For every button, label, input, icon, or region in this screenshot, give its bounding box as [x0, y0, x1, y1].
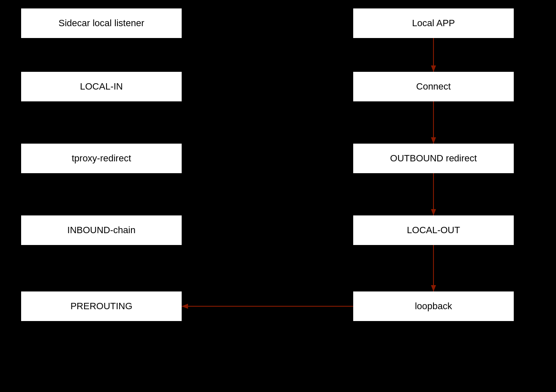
sidecar-local-listener-label: Sidecar local listener	[59, 18, 144, 29]
diagram: Sidecar local listener Local APP LOCAL-I…	[0, 0, 556, 392]
loopback-label: loopback	[415, 301, 452, 312]
svg-marker-3	[431, 137, 436, 144]
inbound-chain-label: INBOUND-chain	[67, 225, 135, 236]
tproxy-redirect-label: tproxy-redirect	[72, 153, 131, 164]
svg-marker-9	[182, 304, 188, 309]
loopback-box: loopback	[353, 291, 514, 321]
local-out-label: LOCAL-OUT	[407, 225, 460, 236]
local-app-box: Local APP	[353, 8, 514, 38]
local-in-box: LOCAL-IN	[21, 72, 182, 101]
inbound-chain-box: INBOUND-chain	[21, 215, 182, 245]
prerouting-label: PREROUTING	[71, 301, 133, 312]
sidecar-local-listener-box: Sidecar local listener	[21, 8, 182, 38]
outbound-redirect-box: OUTBOUND redirect	[353, 144, 514, 173]
connect-box: Connect	[353, 72, 514, 101]
local-app-label: Local APP	[412, 18, 455, 29]
tproxy-redirect-box: tproxy-redirect	[21, 144, 182, 173]
outbound-redirect-label: OUTBOUND redirect	[390, 153, 477, 164]
prerouting-box: PREROUTING	[21, 291, 182, 321]
local-out-box: LOCAL-OUT	[353, 215, 514, 245]
svg-marker-5	[431, 209, 436, 215]
connect-label: Connect	[416, 81, 451, 92]
local-in-label: LOCAL-IN	[80, 81, 123, 92]
svg-marker-7	[431, 285, 436, 291]
arrows-layer	[0, 0, 556, 392]
svg-marker-1	[431, 65, 436, 72]
